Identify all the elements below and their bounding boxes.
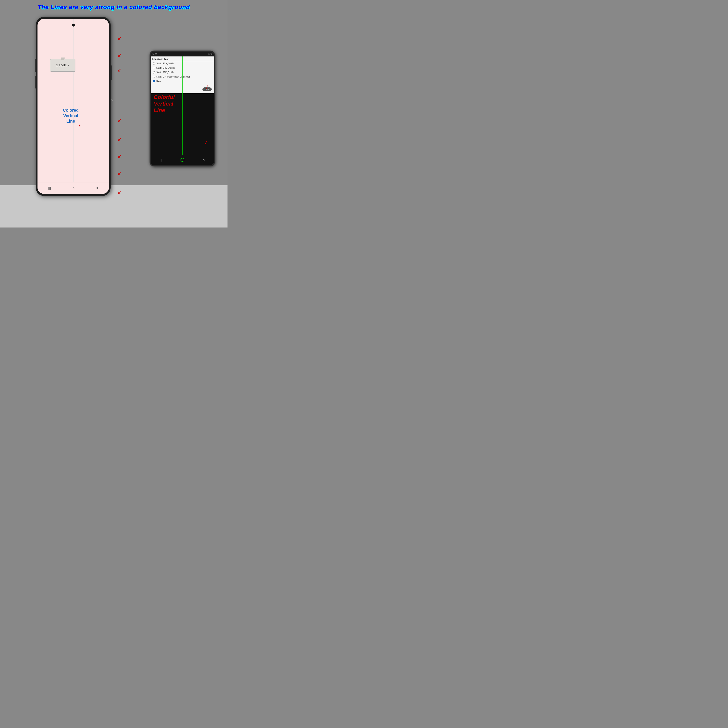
loopback-label-3: Start : SPK_3rdMic xyxy=(156,71,174,73)
main-phone: 1sou37 ColoredVerticalLine ↘ ||| ○ < ↙ ↙… xyxy=(36,17,110,196)
second-phone-navbar: ||| < xyxy=(151,154,214,165)
loopback-label-2: Start : SPK_2ndMic xyxy=(156,67,174,69)
arrow-8: ↙ xyxy=(117,190,121,195)
background-shelf xyxy=(0,185,228,228)
volume-button xyxy=(35,59,36,72)
nav-back-icon: < xyxy=(96,186,98,190)
second-phone-screen: 16:53 92% Loopback Test Start : RCV_1stM… xyxy=(151,52,214,165)
nav-home-icon: ○ xyxy=(73,186,75,190)
arrow-3: ↙ xyxy=(117,67,121,73)
second-nav-back: < xyxy=(203,158,205,162)
radio-rcv1st xyxy=(153,62,155,65)
status-battery: 92% xyxy=(208,53,212,55)
arrow-1: ↙ xyxy=(117,36,121,41)
status-time: 16:53 xyxy=(152,53,157,55)
radio-spk2nd xyxy=(153,67,155,69)
loopback-label-5: Stop xyxy=(156,80,161,83)
status-bar: 16:53 92% xyxy=(151,52,214,57)
radio-stop xyxy=(153,80,155,83)
loopback-label-4: Start : E/P (Please insert Earphone) xyxy=(156,76,190,78)
main-phone-navbar: ||| ○ < xyxy=(38,182,109,194)
arrow-5: ↙ xyxy=(117,137,121,142)
volume-button-2 xyxy=(35,76,36,89)
second-phone: 16:53 92% Loopback Test Start : RCV_1stM… xyxy=(150,50,215,167)
colored-vline-label: ColoredVerticalLine xyxy=(63,107,79,124)
second-nav-recents: ||| xyxy=(160,158,162,162)
loopback-label-1: Start : RCV_1stMic xyxy=(156,62,174,65)
radio-spk3rd xyxy=(153,71,155,73)
power-button xyxy=(110,65,112,80)
page-title: The Lines are very strong in a colored b… xyxy=(38,4,190,11)
arrow-7: ↙ xyxy=(117,171,121,176)
arrow-6: ↙ xyxy=(117,154,121,159)
arrow-2: ↙ xyxy=(117,53,121,58)
second-phone-vertical-line-green xyxy=(182,57,183,154)
main-phone-frame: 1sou37 ColoredVerticalLine ↘ ||| ○ < xyxy=(36,17,110,196)
red-arrow-bottom: ↙ xyxy=(203,140,208,146)
main-phone-screen: 1sou37 ColoredVerticalLine ↘ ||| ○ < xyxy=(38,19,109,194)
radio-ep xyxy=(153,76,155,78)
arrow-4: ↙ xyxy=(117,118,121,124)
second-phone-frame: 16:53 92% Loopback Test Start : RCV_1stM… xyxy=(150,50,215,167)
colorful-vline-label: ColorfulVerticalLine xyxy=(154,94,175,114)
label-tag: 1sou37 xyxy=(50,59,75,72)
nav-recents-icon: ||| xyxy=(48,186,51,190)
camera-cutout xyxy=(72,24,75,26)
label-tag-text: 1sou37 xyxy=(56,63,70,67)
main-phone-vertical-line xyxy=(73,19,73,194)
second-nav-home xyxy=(180,158,184,162)
